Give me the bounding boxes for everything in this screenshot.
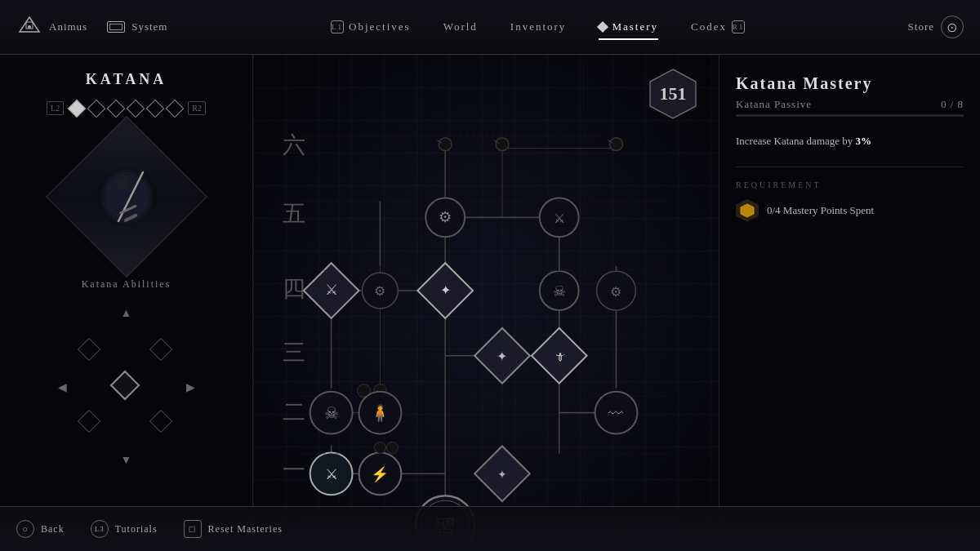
tier-dots-row: L2 R2 [47,101,206,115]
mastery-title: Katana Mastery [736,74,964,93]
svg-text:二: 二 [283,399,305,424]
nav-diamond-tr [149,338,172,361]
svg-text:⚙: ⚙ [439,209,452,225]
svg-point-2 [28,25,31,29]
svg-point-8 [131,197,139,205]
tab-objectives-label: Objectives [349,20,411,33]
nav-down-arrow[interactable]: ▼ [121,454,132,467]
l1-badge: L1 [331,20,344,33]
svg-text:☠: ☠ [553,283,566,300]
nav-left-arrow[interactable]: ◀ [58,380,67,394]
weapon-image [61,131,192,262]
weapon-nav-grid [74,335,179,439]
tab-objectives[interactable]: L1 Objectives [331,17,411,37]
level-number: 151 [660,83,687,104]
level-display: 151 [647,68,699,120]
svg-point-32 [439,138,452,151]
animus-button[interactable]: Animus [16,14,87,40]
bottom-navigation: ○ Back L3 Tutorials □ Reset Masteries [0,506,980,551]
store-label: Store [908,20,934,33]
nav-grid-br [146,407,176,436]
tier-dot-5 [146,99,165,118]
svg-text:🗡: 🗡 [554,351,565,363]
animus-icon [16,14,42,40]
nav-tabs: L1 Objectives World Inventory Mastery Co… [167,17,907,37]
svg-point-7 [116,178,129,191]
tier-dot-4 [127,99,145,118]
back-button[interactable]: ○ Back [16,520,65,538]
passive-value: 0 / 8 [941,98,964,111]
svg-text:⚔: ⚔ [554,211,565,225]
tab-inventory[interactable]: Inventory [510,17,567,37]
svg-text:一: 一 [283,457,305,482]
back-label: Back [41,523,65,535]
reset-button[interactable]: □ Reset Masteries [184,520,283,538]
nav-grid-bm [110,407,140,436]
nav-left-group: Animus System [16,14,167,40]
requirement-text: 0/4 Mastery Points Spent [767,204,874,217]
tab-world-label: World [443,20,478,33]
system-button[interactable]: System [107,20,167,33]
svg-text:⚙: ⚙ [610,285,621,299]
system-icon [107,21,125,33]
svg-marker-0 [20,17,39,32]
weapon-nav: ▲ ◀ ▶ ▼ [74,307,179,467]
nav-diamond-center [109,371,140,401]
svg-text:五: 五 [283,201,305,226]
svg-text:✦: ✦ [440,283,451,297]
tab-codex[interactable]: Codex R1 [691,17,745,37]
nav-grid-tl [74,335,104,364]
store-button[interactable]: Store ⊙ [908,16,964,38]
svg-text:⚙: ⚙ [374,284,385,298]
tab-mastery-label: Mastery [612,20,658,33]
svg-text:🧍: 🧍 [370,403,390,423]
store-icon: ⊙ [941,16,964,38]
tier-dot-1 [68,99,87,118]
svg-text:六: 六 [283,132,305,158]
skill-tree: ⚙ ⚔ ⚔ ⚙ ✦ ☠ ⚙ ✦ 🗡 ☠ 🧍 [253,55,719,551]
svg-text:✦: ✦ [497,349,507,363]
weapon-image-inner [86,156,167,238]
progress-bar [736,114,964,117]
mastery-diamond-icon [597,21,608,33]
svg-text:〰: 〰 [608,406,623,422]
svg-text:✦: ✦ [497,469,507,481]
svg-marker-88 [741,204,754,217]
nav-grid-tm [110,335,140,364]
svg-text:⚡: ⚡ [371,465,390,483]
l2-badge: L2 [47,101,64,115]
svg-text:⚔: ⚔ [325,282,338,298]
nav-grid-center[interactable] [110,371,140,400]
skill-tree-svg: ⚙ ⚔ ⚔ ⚙ ✦ ☠ ⚙ ✦ 🗡 ☠ 🧍 [253,55,719,551]
left-panel: KATANA L2 R2 [0,55,253,551]
nav-right-arrow[interactable]: ▶ [186,380,195,394]
tutorials-icon: L3 [91,520,109,538]
nav-up-arrow[interactable]: ▲ [121,307,132,320]
svg-text:⚔: ⚔ [325,466,338,482]
tutorials-button[interactable]: L3 Tutorials [91,520,158,538]
svg-text:四: 四 [283,276,305,301]
tab-mastery[interactable]: Mastery [599,17,658,37]
nav-diamond-bl [77,410,100,433]
tier-dot-3 [107,99,126,118]
weapon-subtitle: Katana Abilities [82,278,172,291]
nav-right-group: Store ⊙ [908,16,964,38]
r1-badge: R1 [732,20,745,33]
r2-badge: R2 [188,101,206,115]
svg-text:三: 三 [283,340,305,365]
nav-grid-bl [74,407,104,436]
tutorials-label: Tutorials [115,523,158,535]
animus-label: Animus [49,20,87,33]
reset-icon: □ [184,520,202,538]
svg-text:☠: ☠ [324,404,339,422]
reset-label: Reset Masteries [208,523,283,535]
tab-codex-label: Codex [691,20,727,33]
tab-world[interactable]: World [443,17,478,37]
svg-point-70 [374,442,385,453]
requirement-item: 0/4 Mastery Points Spent [736,199,964,222]
nav-diamond-br [149,410,172,433]
mastery-points-icon [736,199,759,222]
weapon-title: KATANA [86,71,167,88]
tier-dot-2 [87,99,106,118]
right-panel: Katana Mastery Katana Passive 0 / 8 Incr… [719,55,980,551]
